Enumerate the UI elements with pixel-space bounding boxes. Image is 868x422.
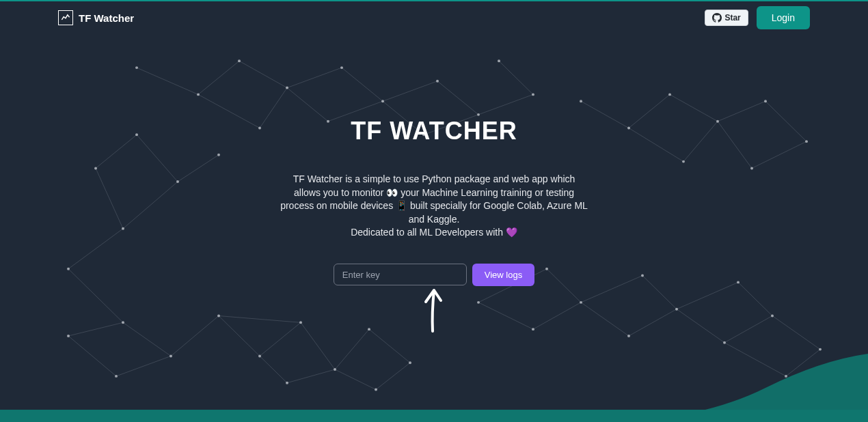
svg-point-99 xyxy=(750,167,753,169)
svg-point-110 xyxy=(819,348,822,351)
svg-line-16 xyxy=(287,369,335,383)
svg-point-64 xyxy=(135,133,138,136)
svg-point-72 xyxy=(258,354,261,357)
svg-point-71 xyxy=(217,315,220,318)
svg-line-37 xyxy=(581,101,629,128)
svg-line-46 xyxy=(478,303,533,329)
svg-line-52 xyxy=(642,276,677,309)
svg-line-43 xyxy=(765,101,806,141)
svg-line-51 xyxy=(629,309,677,336)
svg-point-87 xyxy=(436,80,439,83)
logo-icon xyxy=(58,10,73,25)
svg-line-44 xyxy=(752,141,806,168)
svg-line-15 xyxy=(260,356,287,382)
svg-point-88 xyxy=(477,113,480,116)
svg-point-97 xyxy=(764,100,767,102)
svg-line-58 xyxy=(772,316,820,350)
svg-line-11 xyxy=(171,316,219,356)
svg-point-79 xyxy=(135,66,138,69)
view-logs-button[interactable]: View logs xyxy=(472,264,534,286)
svg-line-32 xyxy=(437,81,478,115)
star-label: Star xyxy=(724,13,740,23)
svg-line-20 xyxy=(369,329,410,363)
svg-point-92 xyxy=(580,100,582,102)
svg-point-90 xyxy=(532,93,534,96)
svg-line-24 xyxy=(239,61,287,87)
svg-point-85 xyxy=(381,100,384,102)
svg-point-76 xyxy=(375,389,377,391)
svg-line-41 xyxy=(629,128,683,162)
svg-point-95 xyxy=(716,120,719,123)
svg-line-42 xyxy=(718,101,765,121)
svg-line-31 xyxy=(383,81,437,101)
input-row: View logs xyxy=(334,264,534,286)
svg-point-102 xyxy=(580,301,582,304)
svg-point-83 xyxy=(258,127,261,130)
svg-line-54 xyxy=(677,309,724,343)
svg-point-63 xyxy=(94,167,97,169)
login-button[interactable]: Login xyxy=(757,6,810,29)
svg-line-45 xyxy=(718,122,752,169)
svg-line-38 xyxy=(629,94,670,128)
github-star-button[interactable]: Star xyxy=(705,10,748,26)
header-right: Star Login xyxy=(705,6,810,29)
svg-point-65 xyxy=(176,180,179,183)
svg-line-18 xyxy=(335,369,376,389)
svg-line-8 xyxy=(116,356,171,376)
svg-line-36 xyxy=(499,61,533,94)
svg-point-81 xyxy=(238,59,241,62)
hero-section: TF WATCHER TF Watcher is a simple to use… xyxy=(0,34,868,410)
svg-point-69 xyxy=(115,375,118,378)
svg-line-3 xyxy=(137,135,178,182)
svg-line-6 xyxy=(68,269,123,323)
svg-line-56 xyxy=(738,282,772,315)
svg-line-9 xyxy=(68,336,116,376)
svg-point-100 xyxy=(477,301,480,304)
svg-point-107 xyxy=(723,341,726,344)
svg-point-67 xyxy=(122,321,124,324)
svg-line-5 xyxy=(178,155,219,182)
svg-line-40 xyxy=(683,122,718,162)
svg-point-93 xyxy=(627,127,630,130)
svg-line-28 xyxy=(342,68,383,101)
hero-title: TF WATCHER xyxy=(351,117,517,145)
svg-line-55 xyxy=(724,316,772,343)
svg-point-108 xyxy=(771,315,774,318)
svg-point-66 xyxy=(217,154,220,156)
github-icon xyxy=(712,13,722,23)
svg-point-104 xyxy=(627,335,630,337)
svg-point-80 xyxy=(197,93,200,96)
svg-point-101 xyxy=(532,328,534,330)
header: TF Watcher Star Login xyxy=(0,0,868,34)
svg-line-22 xyxy=(137,68,198,94)
header-left: TF Watcher xyxy=(58,10,134,25)
svg-line-7 xyxy=(123,322,171,356)
svg-point-105 xyxy=(675,308,678,311)
svg-point-61 xyxy=(67,268,70,270)
svg-line-39 xyxy=(670,94,718,121)
svg-line-47 xyxy=(533,303,581,329)
svg-point-70 xyxy=(67,335,70,337)
svg-line-4 xyxy=(123,182,178,229)
svg-point-96 xyxy=(682,160,685,163)
svg-line-12 xyxy=(219,316,260,356)
svg-point-77 xyxy=(409,361,411,364)
svg-point-106 xyxy=(641,275,644,277)
hero-content: TF WATCHER TF Watcher is a simple to use… xyxy=(280,117,588,286)
svg-point-94 xyxy=(668,93,671,96)
svg-point-75 xyxy=(334,368,336,371)
svg-line-10 xyxy=(68,322,123,336)
key-input[interactable] xyxy=(334,264,467,285)
svg-line-57 xyxy=(677,282,738,309)
svg-line-0 xyxy=(68,229,123,269)
svg-line-35 xyxy=(478,94,533,114)
svg-line-13 xyxy=(260,322,301,356)
svg-point-111 xyxy=(785,375,787,378)
svg-line-26 xyxy=(198,94,260,128)
svg-line-2 xyxy=(96,135,137,168)
svg-point-68 xyxy=(169,354,172,357)
svg-line-59 xyxy=(786,350,820,376)
svg-line-50 xyxy=(581,303,629,336)
svg-point-74 xyxy=(286,382,288,384)
hero-description: TF Watcher is a simple to use Python pac… xyxy=(280,173,588,240)
